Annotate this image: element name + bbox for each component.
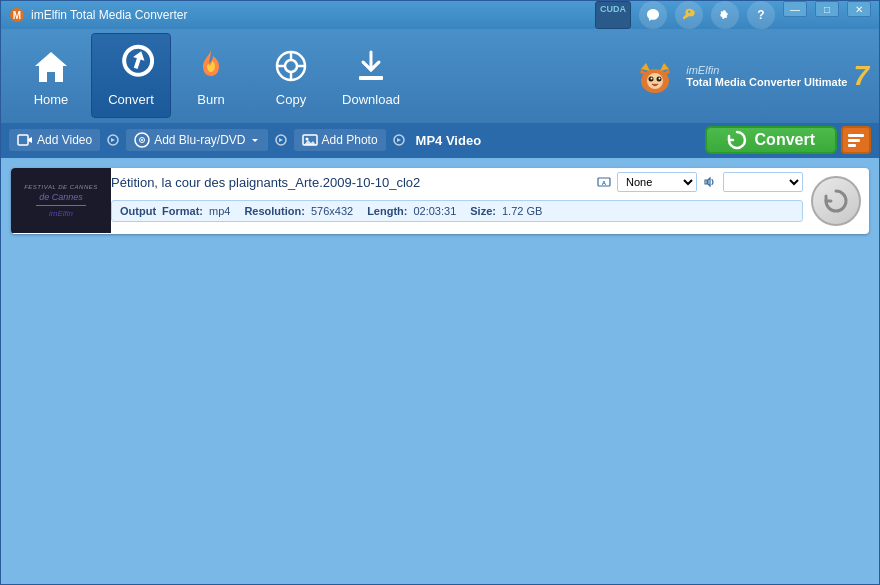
toolbar-download[interactable]: Download xyxy=(331,33,411,118)
length-label: Length: xyxy=(367,205,407,217)
settings-icon-btn[interactable] xyxy=(711,1,739,29)
copy-label: Copy xyxy=(276,92,306,107)
svg-rect-25 xyxy=(848,134,864,137)
burn-label: Burn xyxy=(197,92,224,107)
length-value: 02:03:31 xyxy=(413,205,456,217)
convert-button[interactable]: Convert xyxy=(705,126,837,154)
burn-icon xyxy=(189,44,233,88)
resolution-label: Resolution: xyxy=(244,205,305,217)
format-icon xyxy=(846,130,866,150)
product-name: Total Media Converter Ultimate xyxy=(686,76,847,88)
format-label: Format: xyxy=(162,205,203,217)
svg-point-13 xyxy=(651,77,653,79)
title-bar: M imElfin Total Media Converter CUDA xyxy=(1,1,879,29)
app-window: M imElfin Total Media Converter CUDA xyxy=(0,0,880,585)
add-video-button[interactable]: Add Video xyxy=(9,129,100,151)
size-label: Size: xyxy=(470,205,496,217)
resolution-value: 576x432 xyxy=(311,205,353,217)
cuda-badge: CUDA xyxy=(595,1,631,29)
maximize-button[interactable]: □ xyxy=(815,1,839,17)
arrow-right-icon xyxy=(106,133,120,147)
file-item: FESTIVAL DE CANNES de Cannes imElfin Pét… xyxy=(11,168,869,234)
imelfin-watermark: imElfin xyxy=(24,209,98,218)
key-icon-btn[interactable] xyxy=(675,1,703,29)
format-settings-button[interactable] xyxy=(841,126,871,154)
brand-name: imElfin xyxy=(686,64,847,76)
add-bluray-button[interactable]: Add Blu-ray/DVD xyxy=(126,129,267,151)
add-photo-button[interactable]: Add Photo xyxy=(294,129,386,151)
convert-side-button[interactable] xyxy=(811,176,861,226)
svg-rect-8 xyxy=(359,76,383,80)
svg-text:M: M xyxy=(13,10,21,21)
file-output-row: Output Format: mp4 Resolution: 576x432 L… xyxy=(111,200,803,222)
toolbar-copy[interactable]: Copy xyxy=(251,33,331,118)
home-icon xyxy=(29,44,73,88)
audio-icon xyxy=(703,175,717,189)
file-info: Pétition, la cour des plaignants_Arte.20… xyxy=(111,168,803,234)
app-logo: imElfin Total Media Converter Ultimate 7 xyxy=(630,51,869,101)
app-logo-text: imElfin Total Media Converter Ultimate xyxy=(686,64,847,88)
header-right: imElfin Total Media Converter Ultimate 7 xyxy=(630,51,869,101)
fox-icon xyxy=(630,51,680,101)
toolbar-home[interactable]: Home xyxy=(11,33,91,118)
svg-rect-16 xyxy=(18,135,28,145)
download-label: Download xyxy=(342,92,400,107)
copy-icon xyxy=(269,44,313,88)
subtitle-select[interactable]: None xyxy=(617,172,697,192)
add-bluray-label: Add Blu-ray/DVD xyxy=(154,133,245,147)
add-video-label: Add Video xyxy=(37,133,92,147)
version-number: 7 xyxy=(853,60,869,92)
help-icon-btn[interactable]: ? xyxy=(747,1,775,29)
add-video-icon xyxy=(17,132,33,148)
profile-label: MP4 Video xyxy=(416,133,482,148)
audio-select[interactable] xyxy=(723,172,803,192)
app-icon: M xyxy=(9,7,25,23)
svg-point-3 xyxy=(285,60,297,72)
download-icon xyxy=(349,44,393,88)
minimize-button[interactable]: — xyxy=(783,1,807,17)
file-title-row: Pétition, la cour des plaignants_Arte.20… xyxy=(111,172,803,192)
add-photo-label: Add Photo xyxy=(322,133,378,147)
convert-icon xyxy=(109,44,153,88)
add-photo-icon xyxy=(302,132,318,148)
size-value: 1.72 GB xyxy=(502,205,542,217)
de-cannes-text: de Cannes xyxy=(24,192,98,202)
convert-btn-label: Convert xyxy=(755,131,815,149)
convert-label: Convert xyxy=(108,92,154,107)
convert-btn-icon xyxy=(727,130,747,150)
titlebar-controls: CUDA ? — □ ✕ xyxy=(595,1,871,29)
close-button[interactable]: ✕ xyxy=(847,1,871,17)
file-name: Pétition, la cour des plaignants_Arte.20… xyxy=(111,175,420,190)
file-thumbnail: FESTIVAL DE CANNES de Cannes imElfin xyxy=(11,168,111,233)
arrow-right-icon-2 xyxy=(274,133,288,147)
main-content: FESTIVAL DE CANNES de Cannes imElfin Pét… xyxy=(1,158,879,584)
subtitle-icon-label: A xyxy=(597,175,611,189)
convert-side-icon xyxy=(822,187,850,215)
svg-point-14 xyxy=(659,77,661,79)
festival-text: FESTIVAL DE CANNES xyxy=(24,184,98,190)
add-bluray-icon xyxy=(134,132,150,148)
arrow-right-icon-3 xyxy=(392,133,406,147)
svg-rect-26 xyxy=(848,139,860,142)
svg-point-20 xyxy=(141,139,143,141)
svg-rect-27 xyxy=(848,144,856,147)
action-bar: Add Video Add Blu-ray/DVD xyxy=(1,123,879,158)
subtitle-icon: A xyxy=(597,175,611,189)
side-panel xyxy=(803,168,869,234)
file-controls: A None xyxy=(597,172,803,192)
svg-point-15 xyxy=(653,84,657,86)
output-label: Output xyxy=(120,205,156,217)
toolbar: Home Convert Burn xyxy=(1,29,879,123)
toolbar-burn[interactable]: Burn xyxy=(171,33,251,118)
svg-point-10 xyxy=(647,73,663,89)
title-left: M imElfin Total Media Converter xyxy=(9,7,188,23)
bluray-dropdown-icon xyxy=(250,135,260,145)
home-label: Home xyxy=(34,92,69,107)
app-title: imElfin Total Media Converter xyxy=(31,8,188,22)
chat-icon-btn[interactable] xyxy=(639,1,667,29)
toolbar-convert[interactable]: Convert xyxy=(91,33,171,118)
svg-text:A: A xyxy=(602,180,607,186)
format-value: mp4 xyxy=(209,205,230,217)
